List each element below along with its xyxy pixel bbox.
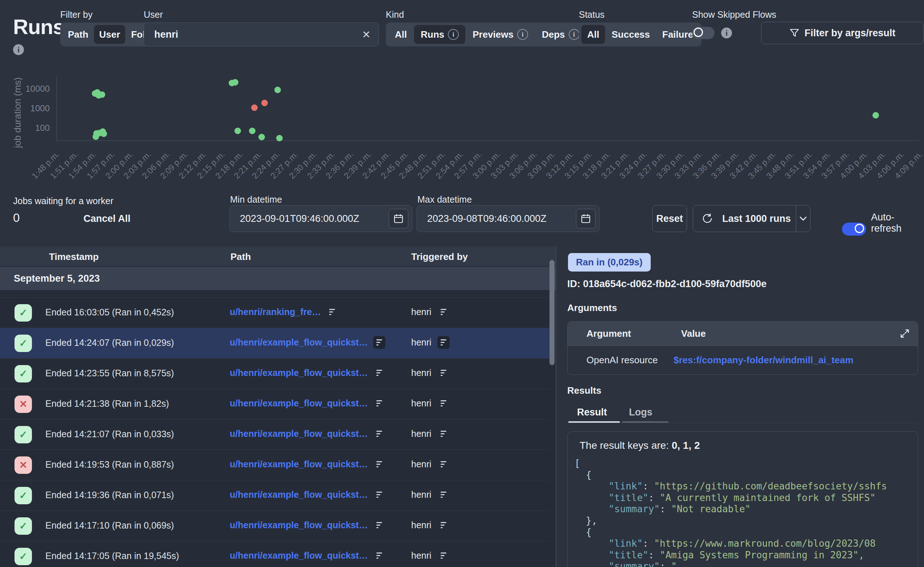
filter-by-path[interactable]: Path <box>63 25 93 44</box>
kind-previews[interactable]: Previews i <box>466 25 534 44</box>
filter-icon[interactable] <box>437 549 450 562</box>
show-skipped-label: Show Skipped Flows <box>692 9 776 20</box>
kind-deps[interactable]: Deps i <box>535 25 586 44</box>
run-dot-success[interactable] <box>259 134 265 140</box>
run-dot-success[interactable] <box>235 128 241 134</box>
show-skipped-toggle[interactable] <box>692 27 715 39</box>
run-dot-success[interactable] <box>232 79 238 86</box>
result-keys-summary: The result keys are: 0, 1, 2 <box>579 440 918 452</box>
run-path-link[interactable]: u/henri/example_flow_quickst… <box>230 429 368 439</box>
filter-args-result-button[interactable]: Filter by args/result <box>761 22 924 44</box>
run-path-link[interactable]: u/henri/example_flow_quickst… <box>230 550 368 561</box>
run-dot-success[interactable] <box>101 130 107 137</box>
max-datetime-input[interactable]: 2023-09-08T09:46:00.000Z <box>417 205 599 232</box>
run-path-link[interactable]: u/henri/example_flow_quickst… <box>230 337 368 348</box>
runs-limit-label: Last 1000 runs <box>722 213 791 224</box>
run-path-link[interactable]: u/henri/example_flow_quickst… <box>230 398 368 409</box>
run-path-link[interactable]: u/henri/ranking_fre… <box>230 307 321 317</box>
previews-info-icon[interactable]: i <box>517 29 528 40</box>
run-dot-success[interactable] <box>276 135 283 141</box>
clear-user-filter-icon[interactable]: ✕ <box>362 28 370 40</box>
runs-limit-split-button[interactable]: Last 1000 runs <box>693 205 810 232</box>
table-row[interactable]: ✓Ended 14:19:36 (Ran in 0,071s)u/henri/e… <box>0 480 549 510</box>
ran-in-badge: Ran in (0,029s) <box>568 253 651 272</box>
run-dot-success[interactable] <box>274 87 281 93</box>
table-row[interactable]: ✓Ended 14:24:07 (Ran in 0,029s)u/henri/e… <box>0 328 549 358</box>
run-path-link[interactable]: u/henri/example_flow_quickst… <box>230 368 368 378</box>
filter-icon[interactable] <box>437 306 450 318</box>
reset-button[interactable]: Reset <box>652 205 687 232</box>
filter-icon[interactable] <box>326 306 338 318</box>
filter-icon[interactable] <box>437 458 450 471</box>
run-path-link[interactable]: u/henri/example_flow_quickst… <box>230 489 368 500</box>
run-dot-success[interactable] <box>249 128 256 134</box>
filter-icon[interactable] <box>373 397 385 410</box>
table-row[interactable]: ✓Ended 16:03:05 (Ran in 0,452s)u/henri/r… <box>0 297 549 328</box>
deps-info-icon[interactable]: i <box>569 29 579 40</box>
table-scrollbar-thumb[interactable] <box>549 260 555 365</box>
kind-label: Kind <box>386 9 404 20</box>
success-check-icon: ✓ <box>15 487 32 504</box>
filter-icon[interactable] <box>373 336 385 349</box>
filter-icon[interactable] <box>373 549 385 562</box>
failure-x-icon: ✕ <box>15 456 32 474</box>
calendar-icon <box>393 213 404 224</box>
min-datetime-input[interactable]: 2023-09-01T09:46:00.000Z <box>229 205 412 232</box>
run-dot-failure[interactable] <box>251 104 258 111</box>
argument-name: OpenAI resource <box>587 354 674 366</box>
run-id: ID: 018a654c-d062-fbb2-d100-59fa70df500e <box>567 278 766 290</box>
kind-all[interactable]: All <box>388 25 413 44</box>
table-row[interactable]: ✓Ended 14:21:07 (Ran in 0,033s)u/henri/e… <box>0 419 549 450</box>
filter-icon[interactable] <box>437 488 450 501</box>
result-json: [ { "link": "https://github.com/deadbeef… <box>575 458 918 567</box>
result-viewer[interactable]: The result keys are: 0, 1, 2 [ { "link":… <box>567 431 918 567</box>
argument-value-link[interactable]: $res:f/company-folder/windmill_ai_team <box>674 354 853 366</box>
chevron-down-icon <box>798 214 808 224</box>
table-row[interactable]: ✓Ended 14:17:10 (Ran in 0,069s)u/henri/e… <box>0 510 549 541</box>
cancel-all-button[interactable]: Cancel All <box>83 213 131 224</box>
table-row[interactable]: ✕Ended 14:21:38 (Ran in 1,82s)u/henri/ex… <box>0 388 549 419</box>
filter-by-user[interactable]: User <box>94 25 125 44</box>
filter-icon[interactable] <box>373 428 385 440</box>
table-row[interactable]: ✓Ended 14:23:55 (Ran in 8,575s)u/henri/e… <box>0 358 549 388</box>
filter-icon[interactable] <box>437 519 450 531</box>
kind-runs[interactable]: Runs i <box>414 25 465 44</box>
user-filter-input[interactable]: henri ✕ <box>144 22 379 46</box>
y-tick-10000: 10000 <box>14 84 50 94</box>
run-path-link[interactable]: u/henri/example_flow_quickst… <box>230 459 368 470</box>
filter-icon[interactable] <box>373 488 385 501</box>
runs-limit-dropdown-button[interactable] <box>796 206 810 232</box>
run-dot-failure[interactable] <box>261 100 268 106</box>
show-skipped-info-icon[interactable]: i <box>721 27 732 38</box>
triggered-by-user: henri <box>411 550 432 561</box>
runs-info-icon[interactable]: i <box>13 44 24 55</box>
filter-icon[interactable] <box>373 366 385 379</box>
column-timestamp: Timestamp <box>49 251 99 262</box>
table-row[interactable]: ✕Ended 14:19:53 (Ran in 0,887s)u/henri/e… <box>0 450 549 480</box>
run-timestamp: Ended 14:17:05 (Ran in 19,545s) <box>45 550 179 561</box>
filter-icon[interactable] <box>437 366 450 379</box>
tab-logs[interactable]: Logs <box>629 407 653 418</box>
min-datetime-calendar-button[interactable] <box>389 209 408 228</box>
run-timestamp: Ended 14:17:10 (Ran in 0,069s) <box>45 520 174 531</box>
filter-icon[interactable] <box>437 336 450 349</box>
runs-table-header: Timestamp Path Triggered by <box>0 246 555 266</box>
tab-result[interactable]: Result <box>577 407 607 418</box>
status-success[interactable]: Success <box>606 25 656 44</box>
run-path-link[interactable]: u/henri/example_flow_quickst… <box>230 520 368 530</box>
triggered-by-user: henri <box>411 398 432 409</box>
filter-icon[interactable] <box>373 519 385 531</box>
status-all[interactable]: All <box>581 25 605 44</box>
column-argument: Argument <box>587 328 631 339</box>
run-dot-success[interactable] <box>99 92 105 98</box>
table-row[interactable]: ✓Ended 14:17:05 (Ran in 19,545s)u/henri/… <box>0 541 549 567</box>
run-dot-success[interactable] <box>873 112 879 118</box>
filter-icon[interactable] <box>437 397 450 410</box>
auto-refresh-toggle[interactable] <box>842 223 866 236</box>
triggered-by-user: henri <box>411 489 432 500</box>
runs-kind-info-icon[interactable]: i <box>448 29 459 40</box>
expand-icon[interactable] <box>900 328 910 339</box>
max-datetime-calendar-button[interactable] <box>576 209 596 228</box>
filter-icon[interactable] <box>437 428 450 440</box>
filter-icon[interactable] <box>373 458 385 471</box>
